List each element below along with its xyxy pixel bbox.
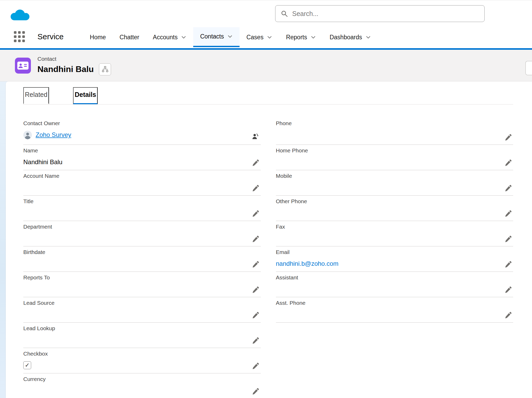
inline-edit-button[interactable]	[504, 311, 512, 319]
detail-left-column: Contact Owner Zoho Survey Name Nandhini …	[23, 118, 261, 398]
field-value	[23, 284, 261, 294]
nav-item-chatter[interactable]: Chatter	[113, 27, 146, 47]
inline-edit-button[interactable]	[504, 286, 512, 294]
nav-item-dashboards[interactable]: Dashboards	[323, 27, 378, 47]
chevron-down-icon[interactable]	[365, 35, 371, 40]
nav-item-accounts[interactable]: Accounts	[146, 27, 193, 47]
partial-action-button[interactable]	[525, 61, 532, 75]
field-value	[276, 130, 513, 140]
inline-edit-button[interactable]	[504, 159, 512, 167]
nav-item-reports[interactable]: Reports	[279, 27, 323, 47]
inline-edit-button[interactable]	[251, 362, 260, 370]
inline-edit-button[interactable]	[251, 209, 260, 218]
inline-edit-button[interactable]	[251, 235, 260, 243]
checkbox[interactable]: ✓	[23, 361, 31, 369]
chevron-down-icon[interactable]	[181, 35, 186, 40]
record-tabs: Related Details	[23, 81, 513, 104]
field-title: Title	[23, 196, 261, 221]
inline-edit-button[interactable]	[251, 184, 260, 192]
field-value	[23, 233, 261, 243]
edit-pencil-icon	[252, 210, 259, 217]
field-fax: Fax	[276, 221, 513, 246]
field-label: Lead Lookup	[23, 325, 261, 331]
edit-pencil-icon	[505, 159, 512, 167]
field-label: Email	[276, 249, 513, 255]
field-department: Department	[23, 221, 261, 246]
field-label: Account Name	[23, 173, 261, 179]
chevron-down-icon[interactable]	[227, 34, 233, 39]
edit-pencil-icon	[505, 134, 512, 141]
field-label: Checkbox	[23, 351, 261, 357]
inline-edit-button[interactable]	[251, 260, 260, 269]
edit-pencil-icon	[252, 236, 259, 243]
edit-pencil-icon	[505, 236, 512, 243]
inline-edit-button[interactable]	[251, 336, 260, 345]
entity-label: Contact	[37, 56, 111, 62]
detail-right-column: Phone Home Phone Mobile Other Phone Fax	[276, 118, 513, 398]
inline-edit-button[interactable]	[504, 235, 512, 243]
inline-edit-button[interactable]	[504, 184, 512, 192]
nav-item-contacts[interactable]: Contacts	[193, 27, 240, 47]
inline-edit-button[interactable]	[251, 286, 260, 294]
email-link[interactable]: nandhini.b@zoho.com	[276, 260, 339, 267]
inline-edit-button[interactable]	[504, 133, 512, 142]
field-value	[276, 309, 513, 319]
inline-edit-button[interactable]	[251, 387, 260, 396]
tab-related[interactable]: Related	[23, 87, 49, 104]
field-value	[276, 208, 513, 218]
field-label: Assistant	[276, 274, 513, 281]
chevron-down-icon[interactable]	[267, 35, 272, 40]
field-lead-source: Lead Source	[23, 297, 261, 323]
record-header-titles: Contact Nandhini Balu	[37, 56, 111, 75]
nav-item-label: Cases	[246, 34, 263, 41]
inline-edit-button[interactable]	[504, 209, 512, 218]
field-label: Title	[23, 198, 261, 204]
field-assistant: Assistant	[276, 272, 513, 297]
tab-details[interactable]: Details	[73, 87, 98, 104]
field-mobile: Mobile	[276, 170, 513, 196]
field-label: Department	[23, 224, 261, 230]
field-account-name: Account Name	[23, 170, 261, 196]
field-value	[276, 183, 513, 192]
name-value: Nandhini Balu	[23, 158, 62, 166]
field-label: Fax	[276, 224, 513, 230]
field-label: Reports To	[23, 274, 261, 281]
nav-item-label: Contacts	[200, 33, 224, 40]
field-label: Birthdate	[23, 249, 261, 255]
global-header	[0, 0, 532, 25]
field-value	[276, 284, 513, 294]
field-email: Email nandhini.b@zoho.com	[276, 246, 513, 272]
inline-edit-button[interactable]	[504, 260, 512, 269]
chevron-down-icon[interactable]	[311, 35, 316, 40]
app-launcher-icon[interactable]	[13, 30, 26, 43]
owner-link[interactable]: Zoho Survey	[36, 131, 71, 139]
global-search[interactable]	[275, 5, 485, 22]
salesforce-logo-icon[interactable]	[9, 7, 31, 22]
edit-pencil-icon	[505, 185, 512, 192]
field-label: Mobile	[276, 173, 513, 179]
field-label: Asst. Phone	[276, 300, 513, 306]
edit-pencil-icon	[252, 185, 259, 192]
edit-pencil-icon	[505, 312, 512, 319]
field-lead-lookup: Lead Lookup	[23, 323, 261, 348]
edit-pencil-icon	[505, 261, 512, 268]
field-value	[23, 309, 261, 319]
field-checkbox: Checkbox ✓	[23, 348, 261, 373]
field-phone: Phone	[276, 118, 513, 145]
change-owner-button[interactable]	[251, 132, 260, 140]
field-value	[276, 157, 513, 167]
detail-fields: Contact Owner Zoho Survey Name Nandhini …	[23, 104, 513, 398]
inline-edit-button[interactable]	[251, 311, 260, 319]
search-input[interactable]	[292, 10, 479, 18]
contact-entity-icon	[15, 58, 31, 74]
field-label: Other Phone	[276, 198, 513, 204]
edit-pencil-icon	[252, 312, 259, 319]
nav-item-cases[interactable]: Cases	[240, 27, 279, 47]
field-value	[23, 335, 261, 345]
view-hierarchy-button[interactable]	[99, 63, 111, 75]
edit-pencil-icon	[252, 261, 259, 268]
main-content: Related Details Contact Owner Zoho Surve…	[0, 81, 532, 398]
nav-item-label: Accounts	[153, 34, 178, 41]
nav-item-home[interactable]: Home	[83, 27, 113, 47]
inline-edit-button[interactable]	[251, 159, 260, 167]
